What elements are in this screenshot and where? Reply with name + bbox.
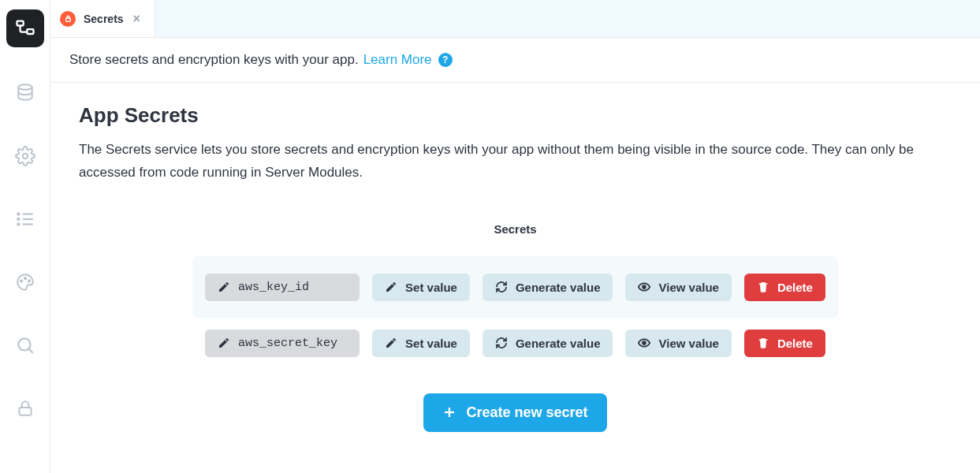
intro-bar: Store secrets and encryption keys with y… — [50, 38, 980, 83]
svg-rect-15 — [19, 408, 31, 415]
set-value-label: Set value — [405, 281, 457, 294]
view-value-label: View value — [658, 337, 718, 350]
secrets-heading: Secrets — [494, 222, 536, 236]
svg-point-2 — [18, 84, 32, 90]
svg-point-12 — [28, 280, 29, 281]
svg-point-18 — [643, 341, 646, 345]
secret-name-label: aws_key_id — [238, 281, 309, 294]
database-icon — [15, 83, 35, 103]
help-icon[interactable]: ? — [438, 53, 453, 67]
search-icon — [15, 335, 35, 356]
eye-icon — [638, 337, 650, 349]
generate-value-label: Generate value — [516, 281, 601, 294]
sidebar-item-logs[interactable] — [8, 202, 43, 236]
palette-icon — [15, 272, 35, 292]
sidebar-item-settings[interactable] — [8, 139, 43, 173]
page-title: App Secrets — [79, 103, 952, 128]
create-new-secret-label: Create new secret — [466, 404, 587, 421]
svg-point-4 — [17, 213, 19, 214]
intro-text: Store secrets and encryption keys with y… — [69, 52, 359, 68]
sidebar-item-secrets[interactable] — [8, 391, 43, 426]
generate-value-button[interactable]: Generate value — [483, 330, 613, 357]
secret-name-button[interactable]: aws_key_id — [205, 274, 360, 301]
svg-rect-16 — [65, 18, 70, 21]
svg-point-17 — [643, 285, 646, 289]
secrets-section: Secrets aws_key_id Set value Generate va… — [79, 222, 952, 432]
tab-secrets[interactable]: Secrets × — [50, 0, 155, 37]
refresh-icon — [495, 281, 508, 293]
secret-name-button[interactable]: aws_secret_key — [205, 330, 360, 357]
set-value-button[interactable]: Set value — [372, 274, 470, 301]
secret-row: aws_key_id Set value Generate value View… — [192, 256, 838, 318]
app-tree-icon — [14, 17, 36, 39]
plus-icon — [442, 405, 456, 419]
secret-name-label: aws_secret_key — [238, 337, 337, 350]
create-new-secret-button[interactable]: Create new secret — [423, 393, 606, 432]
svg-rect-1 — [27, 29, 33, 34]
set-value-button[interactable]: Set value — [372, 330, 470, 357]
list-icon — [15, 209, 35, 229]
view-value-button[interactable]: View value — [625, 274, 731, 301]
sidebar-item-theme[interactable] — [8, 265, 43, 300]
sidebar-item-database[interactable] — [8, 76, 43, 110]
lock-circle-icon — [60, 11, 76, 27]
pencil-icon — [218, 281, 230, 293]
left-sidebar — [0, 0, 50, 473]
pencil-icon — [385, 337, 397, 349]
gear-icon — [15, 146, 35, 166]
refresh-icon — [495, 337, 508, 349]
learn-more-link[interactable]: Learn More — [363, 52, 432, 68]
pencil-icon — [218, 337, 230, 349]
lock-icon — [15, 398, 35, 419]
delete-button[interactable]: Delete — [744, 274, 825, 301]
svg-point-10 — [20, 280, 22, 281]
delete-button[interactable]: Delete — [744, 330, 825, 357]
svg-point-11 — [24, 277, 25, 279]
svg-rect-0 — [17, 21, 23, 26]
sidebar-item-app-browser[interactable] — [6, 9, 44, 47]
generate-value-label: Generate value — [516, 337, 601, 350]
tab-close-button[interactable]: × — [132, 11, 142, 27]
trash-icon — [757, 337, 769, 349]
delete-label: Delete — [777, 281, 813, 294]
main-area: Secrets × Store secrets and encryption k… — [50, 0, 980, 473]
content-area: App Secrets The Secrets service lets you… — [50, 83, 980, 473]
page-description: The Secrets service lets you store secre… — [79, 139, 930, 184]
sidebar-item-search[interactable] — [8, 328, 43, 363]
svg-point-13 — [18, 338, 30, 350]
generate-value-button[interactable]: Generate value — [483, 274, 613, 301]
delete-label: Delete — [777, 337, 813, 350]
svg-line-14 — [28, 349, 32, 353]
view-value-button[interactable]: View value — [625, 330, 731, 357]
svg-point-3 — [22, 154, 28, 159]
trash-icon — [757, 281, 769, 293]
set-value-label: Set value — [405, 337, 457, 350]
secret-row: aws_secret_key Set value Generate value … — [205, 318, 825, 368]
svg-point-8 — [17, 223, 19, 225]
svg-point-6 — [17, 218, 19, 220]
view-value-label: View value — [658, 281, 718, 294]
tab-bar: Secrets × — [50, 0, 980, 38]
eye-icon — [638, 281, 650, 293]
pencil-icon — [385, 281, 397, 293]
tab-label: Secrets — [84, 13, 124, 25]
